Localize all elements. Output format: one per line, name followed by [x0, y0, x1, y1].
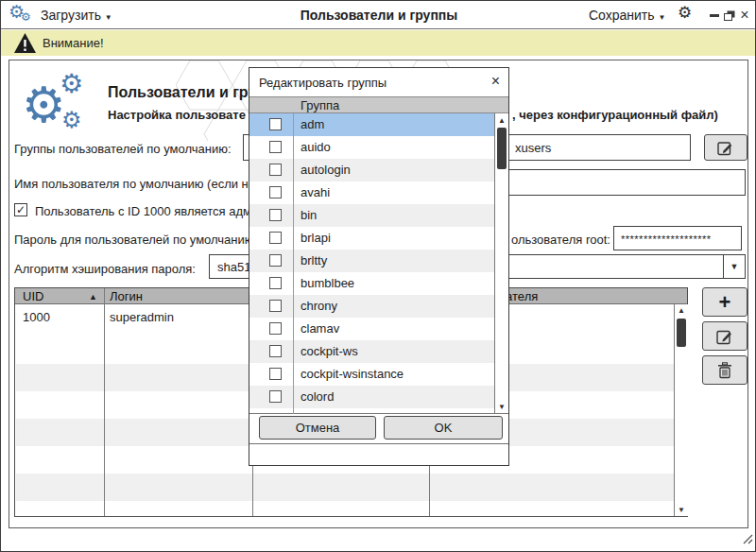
app-window: ⚙ ⚙ Загрузить ▼ Пользователи и группы Со… — [0, 0, 756, 552]
group-row[interactable]: autologin — [249, 159, 494, 181]
add-user-button[interactable]: + — [702, 287, 747, 317]
group-checkbox[interactable] — [269, 118, 282, 130]
cell-login[interactable]: superadmin — [110, 310, 174, 324]
group-row[interactable]: brltty — [249, 250, 494, 272]
warning-triangle-icon — [14, 33, 36, 53]
root-password-input[interactable]: ******************** — [613, 226, 742, 250]
group-row[interactable]: auido — [249, 136, 494, 159]
close-icon: × — [740, 7, 748, 24]
resize-grip[interactable] — [740, 532, 754, 544]
scroll-down-icon[interactable]: ▼ — [495, 403, 508, 411]
dialog-close-icon[interactable]: × — [491, 73, 500, 90]
group-name: brltty — [301, 253, 327, 267]
page-subtitle-right: , через конфигурационный файл) — [512, 108, 718, 122]
groups-list: adm auido autologin avahi bin brlapi — [249, 113, 508, 414]
group-checkbox[interactable] — [269, 390, 282, 403]
ok-button[interactable]: OK — [384, 416, 503, 440]
group-name: autologin — [301, 163, 351, 177]
load-menu-label: Загрузить — [41, 8, 101, 23]
group-row[interactable]: chrony — [249, 295, 494, 318]
page-subtitle-left: Настройка пользовате — [108, 108, 246, 122]
group-checkbox[interactable] — [269, 209, 282, 221]
column-header-login[interactable]: Логин — [110, 289, 143, 303]
default-groups-label: Группы пользователей по умолчанию: — [14, 142, 232, 156]
group-row[interactable]: bumblbee — [249, 272, 494, 295]
admin-checkbox[interactable]: ✓ — [14, 203, 27, 216]
group-row[interactable]: colord — [249, 386, 494, 408]
group-name: adm — [301, 117, 324, 131]
pencil-square-icon — [717, 140, 734, 156]
root-password-label: ользователя root: — [511, 233, 610, 247]
save-menu[interactable]: Сохранить ▼ — [589, 8, 665, 23]
select-arrow-icon[interactable]: ▼ — [723, 255, 745, 278]
dialog-footer-divider — [249, 443, 508, 444]
group-checkbox[interactable] — [269, 141, 282, 153]
group-name: cockpit-wsinstance — [301, 367, 404, 381]
group-name: clamav — [301, 321, 339, 336]
group-row[interactable]: cockpit-wsinstance — [249, 363, 494, 386]
group-row[interactable]: clamav — [249, 318, 494, 340]
column-header-uid[interactable]: UID — [23, 289, 43, 303]
dialog-title: Редактировать группы — [259, 76, 387, 90]
group-checkbox[interactable] — [269, 232, 282, 244]
sort-ascending-icon[interactable]: ▲ — [89, 292, 97, 302]
app-logo-icon-small: ⚙ — [21, 11, 31, 23]
chevron-down-icon: ▼ — [658, 13, 665, 22]
group-checkbox[interactable] — [269, 345, 282, 357]
group-checkbox[interactable] — [269, 186, 282, 198]
table-scrollbar[interactable]: ▲ ▼ — [674, 304, 688, 516]
scroll-up-icon[interactable]: ▲ — [675, 306, 688, 315]
group-name: bin — [301, 208, 317, 222]
group-checkbox[interactable] — [269, 254, 282, 267]
group-row-adm[interactable]: adm — [249, 113, 494, 136]
group-row[interactable]: cockpit-ws — [249, 340, 494, 363]
column-header-group[interactable]: Группа — [301, 98, 339, 112]
save-menu-label: Сохранить — [589, 8, 655, 23]
scrollbar-thumb[interactable] — [677, 319, 686, 347]
maximize-button[interactable] — [723, 9, 736, 22]
close-button[interactable]: × — [738, 9, 751, 22]
group-name: cockpit-ws — [301, 344, 358, 358]
minimize-icon — [710, 14, 719, 17]
groups-list-header: Группа — [249, 96, 508, 113]
group-row[interactable]: avahi — [249, 181, 494, 204]
checkbox-column-divider — [293, 113, 294, 414]
edit-groups-dialog: Редактировать группы × Группа adm auido … — [249, 67, 509, 466]
cancel-button[interactable]: Отмена — [259, 416, 376, 440]
group-checkbox[interactable] — [269, 164, 282, 176]
group-name: chrony — [301, 299, 337, 313]
cell-uid[interactable]: 1000 — [23, 310, 50, 324]
group-checkbox[interactable] — [269, 277, 282, 289]
group-checkbox[interactable] — [269, 300, 282, 312]
default-groups-value: xusers — [515, 141, 551, 155]
load-menu[interactable]: Загрузить ▼ — [41, 8, 112, 23]
scroll-down-icon[interactable]: ▼ — [675, 506, 688, 514]
group-checkbox[interactable] — [269, 322, 282, 335]
dialog-scrollbar[interactable]: ▲ ▼ — [494, 113, 508, 414]
table-row[interactable] — [16, 474, 674, 501]
group-name: auido — [301, 140, 331, 154]
settings-gear-icon[interactable]: ⚙ — [678, 5, 692, 21]
plus-icon: + — [719, 290, 731, 315]
restore-icon — [724, 10, 735, 21]
group-name: colord — [301, 389, 334, 404]
root-password-value: ******************** — [621, 233, 712, 245]
admin-checkbox-label: Пользователь с ID 1000 является адм — [35, 204, 251, 218]
pencil-square-icon — [716, 328, 734, 345]
delete-user-button[interactable] — [702, 355, 747, 385]
edit-groups-button[interactable] — [704, 134, 747, 161]
scrollbar-thumb[interactable] — [497, 128, 507, 169]
group-row[interactable]: bin — [249, 204, 494, 227]
warning-text: Внимание! — [43, 36, 104, 50]
group-row[interactable]: brlapi — [249, 227, 494, 250]
edit-user-button[interactable] — [702, 321, 747, 351]
group-name: bumblbee — [301, 276, 354, 290]
column-divider — [104, 288, 105, 516]
chevron-down-icon: ▼ — [105, 13, 112, 22]
default-username-label: Имя пользователя по умолчанию (если нет — [14, 177, 261, 191]
group-checkbox[interactable] — [269, 368, 282, 380]
scroll-up-icon[interactable]: ▲ — [495, 116, 508, 125]
users-groups-gears-icon-small: ⚙ — [60, 71, 83, 97]
minimize-button[interactable] — [708, 9, 721, 22]
warning-bar: Внимание! — [1, 30, 755, 56]
